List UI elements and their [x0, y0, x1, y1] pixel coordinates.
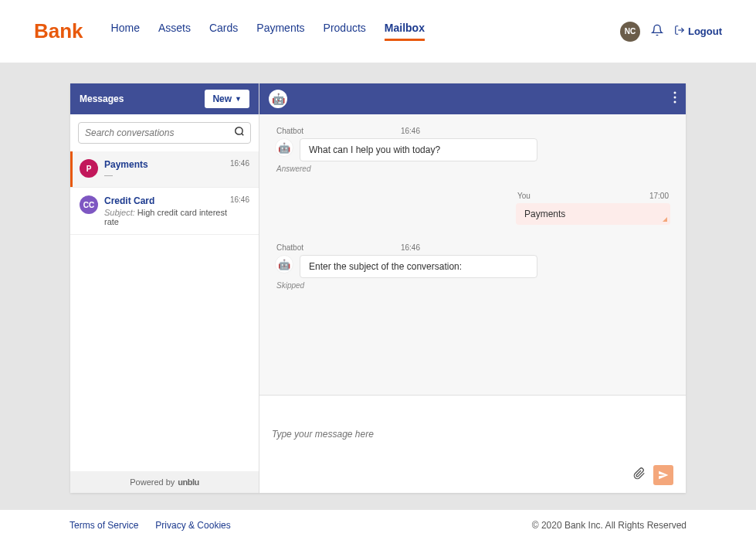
page-footer: Terms of Service Privacy & Cookies © 202… — [0, 509, 756, 540]
conversation-item-payments[interactable]: P Payments — 16:46 — [70, 151, 259, 188]
svg-point-3 — [674, 92, 676, 94]
mailbox-container: Messages New ▼ P Payments — 16:46 — [70, 83, 686, 493]
conv-subject-label: Subject: — [104, 208, 135, 217]
chat-body: Chatbot 16:46 🤖 What can I help you with… — [259, 114, 686, 395]
msg-text: Payments — [524, 209, 565, 219]
search-wrapper — [70, 114, 259, 151]
conv-title: Payments — [104, 159, 230, 170]
footer-links: Terms of Service Privacy & Cookies — [69, 520, 231, 531]
conv-avatar: CC — [80, 195, 98, 214]
conv-subject: Subject: High credit card interest rate — [104, 208, 230, 226]
svg-point-5 — [674, 101, 676, 104]
msg-bubble: Payments — [516, 203, 670, 225]
bell-icon[interactable] — [651, 24, 663, 39]
msg-bubble: What can I help you with today? — [300, 138, 537, 161]
app-header: Bank Home Assets Cards Payments Products… — [0, 0, 756, 63]
chat-pane: 🤖 Chatbot 16:46 🤖 What can I help you wi… — [259, 83, 686, 493]
search-input[interactable] — [78, 122, 251, 144]
svg-point-4 — [674, 97, 676, 99]
main-nav: Home Assets Cards Payments Products Mail… — [111, 22, 620, 41]
msg-bubble: Enter the subject of the conversation: — [300, 255, 537, 278]
msg-sender: You — [517, 192, 531, 200]
svg-point-1 — [236, 127, 242, 134]
logout-label: Logout — [688, 25, 722, 37]
caret-down-icon: ▼ — [235, 95, 242, 103]
message-group-user-1: You 17:00 Payments — [516, 192, 670, 225]
robot-icon: 🤖 — [278, 259, 290, 270]
search-icon[interactable] — [234, 126, 245, 140]
chat-header: 🤖 — [259, 83, 686, 114]
new-conversation-button[interactable]: New ▼ — [205, 90, 249, 108]
powered-prefix: Powered by — [130, 477, 175, 487]
chat-input-area — [259, 395, 686, 493]
message-input[interactable] — [272, 403, 673, 465]
footer-copyright: © 2020 Bank Inc. All Rights Reserved — [532, 520, 687, 531]
conv-title: Credit Card — [104, 195, 230, 206]
send-button[interactable] — [653, 465, 673, 485]
header-right: NC Logout — [620, 22, 722, 42]
msg-row: 🤖 Enter the subject of the conversation: — [275, 255, 537, 278]
conversation-item-credit-card[interactable]: CC Credit Card Subject: High credit card… — [70, 188, 259, 235]
msg-time: 17:00 — [649, 192, 669, 200]
attachment-icon[interactable] — [633, 467, 646, 483]
msg-status: Answered — [276, 165, 670, 173]
nav-home[interactable]: Home — [111, 22, 140, 41]
msg-sender: Chatbot — [276, 243, 303, 252]
message-group-bot-1: Chatbot 16:46 🤖 What can I help you with… — [275, 127, 670, 173]
conversation-sidebar: Messages New ▼ P Payments — 16:46 — [70, 83, 259, 493]
bot-avatar-small: 🤖 — [275, 255, 293, 273]
conv-time: 16:46 — [230, 195, 249, 226]
nav-assets[interactable]: Assets — [158, 22, 191, 41]
robot-icon: 🤖 — [278, 142, 290, 154]
nav-cards[interactable]: Cards — [209, 22, 238, 41]
nav-products[interactable]: Products — [324, 22, 366, 41]
search-box — [78, 122, 251, 144]
footer-link-terms[interactable]: Terms of Service — [69, 520, 138, 531]
footer-link-privacy[interactable]: Privacy & Cookies — [155, 520, 230, 531]
conversation-list: P Payments — 16:46 CC Credit Card Subjec… — [70, 151, 259, 471]
conv-preview: — — [104, 170, 230, 179]
msg-time: 16:46 — [401, 243, 420, 252]
sidebar-title: Messages — [80, 93, 124, 104]
msg-meta: Chatbot 16:46 — [275, 243, 422, 252]
user-avatar[interactable]: NC — [620, 22, 640, 42]
msg-meta: You 17:00 — [516, 192, 670, 200]
conv-body: Payments — — [104, 159, 230, 179]
logo: Bank — [34, 19, 83, 43]
logout-icon — [674, 25, 685, 38]
powered-by: Powered by unblu — [70, 471, 259, 493]
chatbot-avatar: 🤖 — [269, 90, 287, 108]
msg-sender: Chatbot — [276, 127, 303, 135]
new-button-label: New — [212, 93, 232, 104]
svg-line-2 — [242, 134, 244, 136]
logout-button[interactable]: Logout — [674, 25, 722, 38]
robot-icon: 🤖 — [272, 93, 285, 105]
msg-row: 🤖 What can I help you with today? — [275, 138, 537, 161]
sidebar-header: Messages New ▼ — [70, 83, 259, 114]
chat-actions — [272, 465, 673, 485]
conv-time: 16:46 — [230, 159, 249, 179]
msg-meta: Chatbot 16:46 — [275, 127, 422, 135]
msg-time: 16:46 — [401, 127, 420, 135]
message-group-bot-2: Chatbot 16:46 🤖 Enter the subject of the… — [275, 243, 670, 290]
more-icon[interactable] — [673, 91, 676, 107]
conv-body: Credit Card Subject: High credit card in… — [104, 195, 230, 226]
bot-avatar-small: 🤖 — [275, 138, 293, 157]
conv-avatar: P — [80, 159, 98, 178]
corner-icon — [663, 217, 667, 222]
nav-payments[interactable]: Payments — [256, 22, 304, 41]
nav-mailbox[interactable]: Mailbox — [385, 22, 425, 41]
msg-status: Skipped — [276, 281, 670, 290]
powered-brand: unblu — [178, 477, 198, 487]
